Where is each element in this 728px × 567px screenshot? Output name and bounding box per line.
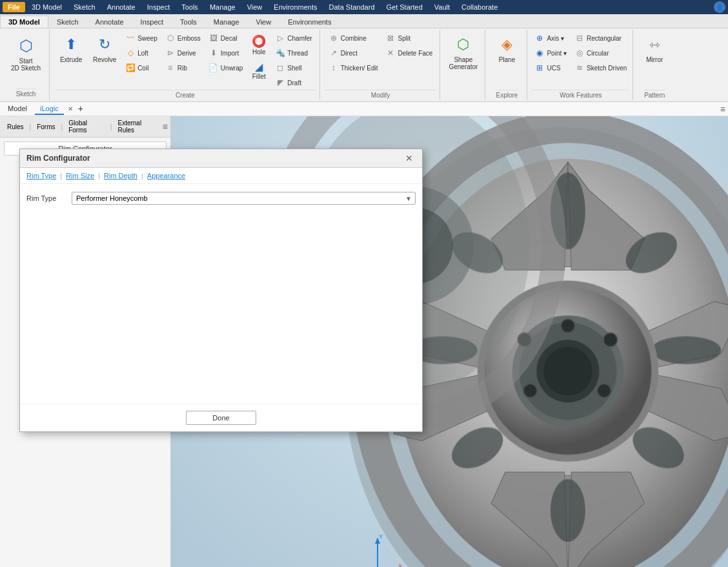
svg-point-29	[603, 333, 618, 347]
menu-manage[interactable]: Manage	[205, 2, 241, 12]
menu-environments[interactable]: Environments	[268, 2, 322, 12]
rectangular-label: Rectangular	[587, 35, 622, 42]
import-button[interactable]: ⬇ Import	[205, 46, 246, 60]
svg-point-28	[561, 319, 575, 333]
ribbon-group-pattern: ⇿ Mirror Pattern	[634, 30, 674, 100]
point-button[interactable]: ◉ Point ▾	[531, 46, 570, 60]
rectangular-icon: ⊟	[574, 33, 585, 43]
menu-inspect[interactable]: Inspect	[142, 2, 175, 12]
sidebar-tab-globalforms[interactable]: Global Forms	[64, 118, 109, 136]
coil-label: Coil	[137, 65, 148, 72]
dialog-tab-rimtype[interactable]: Rim Type	[26, 172, 56, 180]
modify-col-2: ⊠ Split ✕ Delete Face	[382, 31, 436, 60]
delete-face-button[interactable]: ✕ Delete Face	[382, 46, 436, 60]
tab-tools[interactable]: Tools	[172, 15, 205, 28]
thread-button[interactable]: 🔩 Thread	[272, 46, 315, 60]
loft-button[interactable]: ◇ Loft	[122, 46, 161, 60]
tab-sketch[interactable]: Sketch	[48, 15, 87, 28]
svg-point-27	[543, 347, 592, 396]
file-menu[interactable]: File	[3, 2, 25, 12]
thicken-icon: ↕	[329, 63, 339, 73]
sidebar-tab-forms[interactable]: Forms	[32, 121, 59, 132]
emboss-button[interactable]: ⬡ Emboss	[162, 31, 204, 45]
fillet-button[interactable]: ◢ Fillet	[247, 59, 270, 83]
sidebar-menu-icon[interactable]: ≡	[163, 121, 168, 132]
shape-generator-icon: ⬡	[453, 34, 474, 55]
plane-button[interactable]: ◈ Plane	[490, 31, 523, 70]
tab-annotate[interactable]: Annotate	[87, 15, 132, 28]
menu-collaborate[interactable]: Collaborate	[456, 2, 503, 12]
sketch-group-label: Sketch	[16, 88, 36, 98]
ilogic-tab-close[interactable]: ✕	[68, 105, 73, 112]
pattern-group-label: Pattern	[644, 90, 665, 99]
ribbon-tabs: 3D Model Sketch Annotate Inspect Tools M…	[0, 14, 728, 28]
axis-button[interactable]: ⊕ Axis ▾	[531, 31, 570, 45]
dialog-tab-appearance[interactable]: Appearance	[147, 172, 185, 180]
rimtype-select[interactable]: Performer Honeycomb Classic Spoke Split …	[72, 192, 416, 205]
sweep-button[interactable]: 〰 Sweep	[122, 31, 161, 45]
dialog-tab-rimsize[interactable]: Rim Size	[66, 172, 94, 180]
dialog-tab-sep-2: |	[98, 172, 100, 180]
combine-button[interactable]: ⊕ Combine	[325, 31, 381, 45]
direct-button[interactable]: ↗ Direct	[325, 46, 381, 60]
menu-annotate[interactable]: Annotate	[102, 2, 141, 12]
rectangular-button[interactable]: ⊟ Rectangular	[571, 31, 630, 45]
circular-button[interactable]: ◎ Circular	[571, 46, 630, 60]
rib-button[interactable]: ≡ Rib	[162, 61, 204, 75]
profile-icon[interactable]: 👤	[714, 1, 725, 13]
menu-datastandard[interactable]: Data Standard	[324, 2, 380, 12]
dialog-tab-rimdepth[interactable]: Rim Depth	[104, 172, 137, 180]
shell-button[interactable]: ◻ Shell	[272, 61, 315, 75]
subtab-model[interactable]: Model	[3, 103, 32, 115]
menu-3dmodel[interactable]: 3D Model	[26, 2, 67, 12]
ucs-button[interactable]: ⊞ UCS	[531, 61, 570, 75]
subtoolbar-menu-icon[interactable]: ≡	[720, 104, 725, 114]
menu-getstarted[interactable]: Get Started	[381, 2, 428, 12]
plane-icon: ◈	[496, 34, 517, 55]
tab-manage[interactable]: Manage	[205, 15, 248, 28]
extrude-icon: ⬆	[61, 34, 81, 55]
shape-generator-button[interactable]: ⬡ ShapeGenerator	[445, 31, 481, 73]
chamfer-icon: ▷	[275, 33, 285, 43]
shell-label: Shell	[287, 65, 301, 72]
tab-inspect[interactable]: Inspect	[132, 15, 172, 28]
ribbon-group-workfeatures: ⊕ Axis ▾ ◉ Point ▾ ⊞ UCS ⊟ Recta	[529, 30, 633, 100]
unwrap-button[interactable]: 📄 Unwrap	[205, 61, 246, 75]
menu-sketch[interactable]: Sketch	[68, 2, 101, 12]
menu-tools[interactable]: Tools	[176, 2, 203, 12]
sidebar-tab-rules[interactable]: Rules	[3, 121, 28, 132]
start-sketch-button[interactable]: ⬡ Start2D Sketch	[8, 32, 44, 74]
mirror-button[interactable]: ⇿ Mirror	[638, 31, 671, 70]
sketch-driven-button[interactable]: ≋ Sketch Driven	[571, 61, 630, 75]
ribbon-group-shapegen: ⬡ ShapeGenerator	[441, 30, 485, 100]
derive-button[interactable]: ⊳ Derive	[162, 46, 204, 60]
rimtype-label: Rim Type	[26, 194, 65, 202]
decal-button[interactable]: 🖼 Decal	[205, 31, 246, 45]
tab-3dmodel[interactable]: 3D Model	[0, 15, 48, 28]
tab-environments[interactable]: Environments	[279, 15, 339, 28]
revolve-button[interactable]: ↻ Revolve	[88, 31, 121, 70]
coil-button[interactable]: 🔁 Coil	[122, 61, 161, 75]
menu-view[interactable]: View	[242, 2, 268, 12]
sidebar-tab-externalrules[interactable]: External Rules	[113, 118, 161, 136]
chamfer-button[interactable]: ▷ Chamfer	[272, 31, 315, 45]
done-button[interactable]: Done	[186, 411, 256, 425]
split-button[interactable]: ⊠ Split	[382, 31, 436, 45]
menu-vault[interactable]: Vault	[429, 2, 455, 12]
draft-button[interactable]: ◤ Draft	[272, 76, 315, 90]
thread-label: Thread	[287, 50, 308, 57]
tab-view[interactable]: View	[248, 15, 280, 28]
dialog-close-button[interactable]: ✕	[403, 153, 416, 163]
subtab-ilogic[interactable]: iLogic	[35, 103, 64, 115]
extrude-button[interactable]: ⬆ Extrude	[55, 31, 87, 70]
create-col-2: ⬡ Emboss ⊳ Derive ≡ Rib	[162, 31, 204, 75]
hole-label: Hole	[252, 48, 266, 56]
thicken-button[interactable]: ↕ Thicken/ Edit	[325, 61, 381, 75]
subtab-add[interactable]: +	[76, 103, 86, 115]
rimtype-select-wrapper: Performer Honeycomb Classic Spoke Split …	[72, 192, 416, 205]
axis-label: Axis ▾	[547, 35, 564, 42]
decal-label: Decal	[221, 35, 238, 42]
sub-toolbar: Model iLogic ✕ + ≡	[0, 102, 728, 116]
hole-button[interactable]: ⭕ Hole	[247, 31, 270, 58]
delete-face-icon: ✕	[385, 48, 396, 58]
